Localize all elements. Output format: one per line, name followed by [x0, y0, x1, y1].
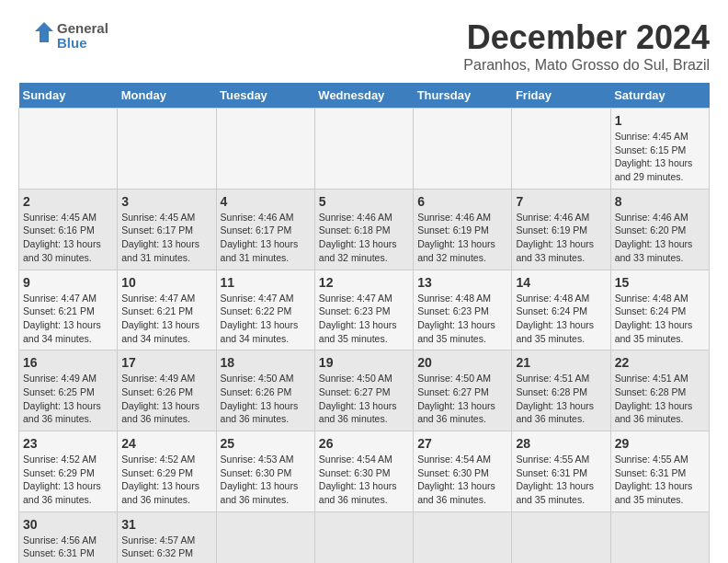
calendar-cell: 26Sunrise: 4:54 AM Sunset: 6:30 PM Dayli… — [314, 431, 413, 512]
day-number: 13 — [417, 275, 507, 290]
day-number: 3 — [121, 194, 211, 209]
day-number: 28 — [516, 436, 606, 451]
calendar-cell: 15Sunrise: 4:48 AM Sunset: 6:24 PM Dayli… — [610, 270, 709, 350]
day-number: 15 — [615, 275, 705, 290]
calendar-cell: 4Sunrise: 4:46 AM Sunset: 6:17 PM Daylig… — [216, 189, 314, 270]
calendar-cell — [19, 109, 118, 190]
day-info: Sunrise: 4:50 AM Sunset: 6:26 PM Dayligh… — [221, 372, 311, 426]
calendar-cell: 30Sunrise: 4:56 AM Sunset: 6:31 PM Dayli… — [19, 511, 118, 563]
day-of-week-header: Wednesday — [314, 83, 413, 109]
day-info: Sunrise: 4:46 AM Sunset: 6:18 PM Dayligh… — [319, 211, 409, 265]
calendar-cell: 16Sunrise: 4:49 AM Sunset: 6:25 PM Dayli… — [19, 350, 118, 431]
calendar-header-row: SundayMondayTuesdayWednesdayThursdayFrid… — [19, 83, 710, 109]
calendar-cell: 11Sunrise: 4:47 AM Sunset: 6:22 PM Dayli… — [216, 270, 314, 350]
calendar-week-row: 2Sunrise: 4:45 AM Sunset: 6:16 PM Daylig… — [19, 189, 710, 270]
day-number: 5 — [319, 194, 409, 209]
day-info: Sunrise: 4:50 AM Sunset: 6:27 PM Dayligh… — [319, 372, 409, 426]
calendar-cell: 28Sunrise: 4:55 AM Sunset: 6:31 PM Dayli… — [512, 431, 610, 512]
calendar-cell: 2Sunrise: 4:45 AM Sunset: 6:16 PM Daylig… — [19, 189, 118, 270]
calendar-cell: 12Sunrise: 4:47 AM Sunset: 6:23 PM Dayli… — [314, 270, 413, 350]
day-number: 2 — [23, 194, 113, 209]
calendar-cell: 19Sunrise: 4:50 AM Sunset: 6:27 PM Dayli… — [314, 350, 413, 431]
day-info: Sunrise: 4:57 AM Sunset: 6:32 PM Dayligh… — [121, 534, 211, 563]
calendar-cell — [216, 109, 314, 190]
calendar-cell: 14Sunrise: 4:48 AM Sunset: 6:24 PM Dayli… — [512, 270, 610, 350]
day-number: 17 — [121, 355, 211, 370]
day-number: 24 — [121, 436, 211, 451]
day-number: 9 — [23, 275, 113, 290]
logo-svg — [18, 18, 53, 53]
logo-general: General — [57, 21, 108, 37]
calendar-week-row: 1Sunrise: 4:45 AM Sunset: 6:15 PM Daylig… — [19, 109, 710, 190]
calendar-cell: 3Sunrise: 4:45 AM Sunset: 6:17 PM Daylig… — [118, 189, 216, 270]
day-number: 26 — [319, 436, 409, 451]
day-number: 29 — [615, 436, 705, 451]
day-number: 1 — [615, 113, 705, 128]
calendar-cell — [512, 511, 610, 563]
day-info: Sunrise: 4:47 AM Sunset: 6:21 PM Dayligh… — [23, 292, 113, 346]
day-info: Sunrise: 4:45 AM Sunset: 6:17 PM Dayligh… — [121, 211, 211, 265]
calendar-cell: 20Sunrise: 4:50 AM Sunset: 6:27 PM Dayli… — [414, 350, 512, 431]
day-of-week-header: Thursday — [414, 83, 512, 109]
day-info: Sunrise: 4:47 AM Sunset: 6:23 PM Dayligh… — [319, 292, 409, 346]
day-number: 25 — [221, 436, 311, 451]
day-number: 11 — [221, 275, 311, 290]
logo: General Blue — [18, 18, 108, 53]
calendar-cell — [118, 109, 216, 190]
calendar-cell: 6Sunrise: 4:46 AM Sunset: 6:19 PM Daylig… — [414, 189, 512, 270]
day-number: 23 — [23, 436, 113, 451]
day-info: Sunrise: 4:54 AM Sunset: 6:30 PM Dayligh… — [319, 453, 409, 507]
day-number: 7 — [516, 194, 606, 209]
calendar-cell: 1Sunrise: 4:45 AM Sunset: 6:15 PM Daylig… — [610, 109, 709, 190]
calendar-week-row: 30Sunrise: 4:56 AM Sunset: 6:31 PM Dayli… — [19, 511, 710, 563]
calendar-cell: 25Sunrise: 4:53 AM Sunset: 6:30 PM Dayli… — [216, 431, 314, 512]
calendar-cell: 23Sunrise: 4:52 AM Sunset: 6:29 PM Dayli… — [19, 431, 118, 512]
title-block: December 2024 Paranhos, Mato Grosso do S… — [463, 18, 710, 74]
calendar-cell: 21Sunrise: 4:51 AM Sunset: 6:28 PM Dayli… — [512, 350, 610, 431]
day-number: 8 — [615, 194, 705, 209]
calendar-week-row: 9Sunrise: 4:47 AM Sunset: 6:21 PM Daylig… — [19, 270, 710, 350]
calendar-cell: 5Sunrise: 4:46 AM Sunset: 6:18 PM Daylig… — [314, 189, 413, 270]
day-info: Sunrise: 4:50 AM Sunset: 6:27 PM Dayligh… — [417, 372, 507, 426]
calendar-cell: 24Sunrise: 4:52 AM Sunset: 6:29 PM Dayli… — [118, 431, 216, 512]
calendar-cell: 22Sunrise: 4:51 AM Sunset: 6:28 PM Dayli… — [610, 350, 709, 431]
calendar-cell: 27Sunrise: 4:54 AM Sunset: 6:30 PM Dayli… — [414, 431, 512, 512]
calendar-week-row: 16Sunrise: 4:49 AM Sunset: 6:25 PM Dayli… — [19, 350, 710, 431]
calendar-cell — [414, 511, 512, 563]
main-title: December 2024 — [463, 18, 710, 57]
day-info: Sunrise: 4:46 AM Sunset: 6:20 PM Dayligh… — [615, 211, 705, 265]
day-of-week-header: Saturday — [610, 83, 709, 109]
day-number: 12 — [319, 275, 409, 290]
day-of-week-header: Monday — [118, 83, 216, 109]
day-info: Sunrise: 4:49 AM Sunset: 6:25 PM Dayligh… — [23, 372, 113, 426]
day-info: Sunrise: 4:53 AM Sunset: 6:30 PM Dayligh… — [221, 453, 311, 507]
day-info: Sunrise: 4:46 AM Sunset: 6:19 PM Dayligh… — [516, 211, 606, 265]
calendar-cell: 7Sunrise: 4:46 AM Sunset: 6:19 PM Daylig… — [512, 189, 610, 270]
day-number: 22 — [615, 355, 705, 370]
calendar-cell — [610, 511, 709, 563]
day-info: Sunrise: 4:56 AM Sunset: 6:31 PM Dayligh… — [23, 534, 113, 563]
logo-blue: Blue — [57, 36, 108, 52]
day-info: Sunrise: 4:48 AM Sunset: 6:24 PM Dayligh… — [516, 292, 606, 346]
day-of-week-header: Friday — [512, 83, 610, 109]
day-of-week-header: Sunday — [19, 83, 118, 109]
day-number: 10 — [121, 275, 211, 290]
day-info: Sunrise: 4:48 AM Sunset: 6:24 PM Dayligh… — [615, 292, 705, 346]
calendar-cell: 13Sunrise: 4:48 AM Sunset: 6:23 PM Dayli… — [414, 270, 512, 350]
calendar-table: SundayMondayTuesdayWednesdayThursdayFrid… — [18, 83, 710, 563]
calendar-cell — [314, 109, 413, 190]
day-info: Sunrise: 4:49 AM Sunset: 6:26 PM Dayligh… — [121, 372, 211, 426]
day-info: Sunrise: 4:46 AM Sunset: 6:19 PM Dayligh… — [417, 211, 507, 265]
calendar-cell — [216, 511, 314, 563]
calendar-cell: 29Sunrise: 4:55 AM Sunset: 6:31 PM Dayli… — [610, 431, 709, 512]
day-info: Sunrise: 4:51 AM Sunset: 6:28 PM Dayligh… — [615, 372, 705, 426]
day-info: Sunrise: 4:47 AM Sunset: 6:22 PM Dayligh… — [221, 292, 311, 346]
day-number: 27 — [417, 436, 507, 451]
day-number: 19 — [319, 355, 409, 370]
day-number: 14 — [516, 275, 606, 290]
calendar-cell: 8Sunrise: 4:46 AM Sunset: 6:20 PM Daylig… — [610, 189, 709, 270]
day-number: 6 — [417, 194, 507, 209]
day-number: 20 — [417, 355, 507, 370]
calendar-cell — [512, 109, 610, 190]
day-info: Sunrise: 4:52 AM Sunset: 6:29 PM Dayligh… — [23, 453, 113, 507]
